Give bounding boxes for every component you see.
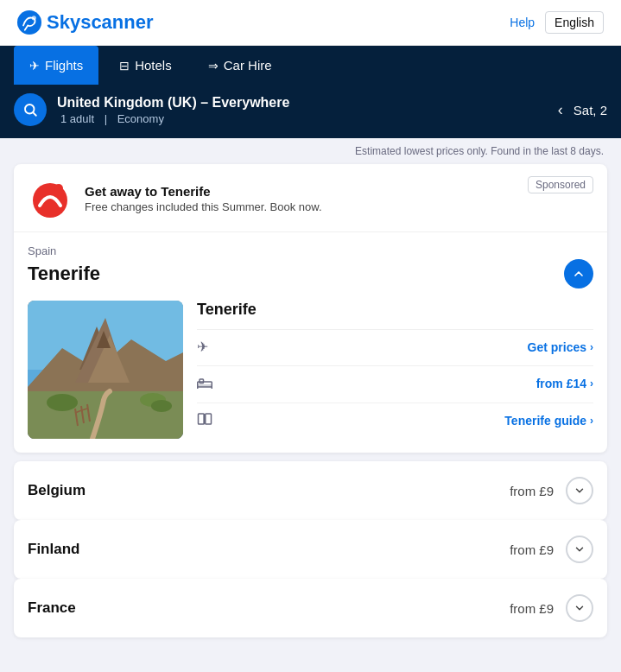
chevron-down-icon: [573, 485, 586, 497]
guide-chevron-icon: ›: [590, 415, 593, 427]
svg-rect-25: [199, 414, 205, 424]
destination-right: from £9: [510, 477, 593, 504]
tab-flights[interactable]: ✈ Flights: [14, 46, 98, 85]
chevron-down-icon: [573, 543, 586, 555]
sponsored-card: Get away to Tenerife Free changes includ…: [14, 164, 607, 453]
country-label: Spain: [28, 244, 593, 257]
language-button[interactable]: English: [545, 11, 604, 34]
destination-list-item[interactable]: Belgium from £9: [14, 461, 607, 520]
logo-text: Skyscanner: [47, 11, 154, 34]
svg-line-3: [33, 112, 35, 115]
svg-point-5: [54, 184, 63, 193]
hotels-link[interactable]: from £14 ›: [536, 377, 593, 390]
destination-price: from £9: [510, 601, 554, 616]
flights-row: ✈ Get prices ›: [197, 329, 593, 364]
hotel-icon: [197, 375, 216, 392]
help-link[interactable]: Help: [510, 16, 535, 29]
dest-name: Tenerife: [197, 301, 593, 319]
svg-rect-26: [206, 414, 212, 424]
search-bar: United Kingdom (UK) – Everywhere 1 adult…: [0, 85, 621, 138]
guide-icon: [197, 412, 216, 429]
destination-name: France: [28, 599, 76, 617]
header-right: Help English: [510, 11, 604, 34]
logo-area: Skyscanner: [17, 10, 154, 35]
flights-link-text: Get prices: [528, 340, 586, 354]
search-icon: [22, 102, 38, 117]
search-meta: 1 adult | Economy: [57, 112, 548, 125]
collapse-button[interactable]: [564, 259, 593, 288]
destination-name: Belgium: [28, 482, 86, 499]
search-cabin: Economy: [117, 112, 164, 125]
bed-icon: [197, 375, 212, 389]
sponsored-subtitle: Free changes included this Summer. Book …: [85, 200, 516, 213]
search-icon-circle[interactable]: [14, 93, 47, 126]
country-name: Tenerife: [28, 263, 100, 285]
destination-right: from £9: [510, 536, 593, 563]
destination-image: [28, 301, 183, 439]
expand-button[interactable]: [566, 594, 593, 622]
page-header: Skyscanner Help English: [0, 0, 621, 46]
destination-name: Finland: [28, 541, 79, 558]
destination-price: from £9: [510, 542, 554, 557]
search-details: United Kingdom (UK) – Everywhere 1 adult…: [57, 95, 548, 125]
hotels-chevron-icon: ›: [590, 377, 593, 390]
tui-logo-icon: [28, 176, 73, 221]
guide-link-text: Tenerife guide: [504, 414, 586, 428]
destination-price: from £9: [510, 484, 554, 498]
search-adults: 1 adult: [60, 112, 94, 125]
tab-flights-label: Flights: [45, 58, 83, 73]
destination-detail: Tenerife ✈ Get prices ›: [14, 288, 607, 453]
guide-row: Tenerife guide ›: [197, 403, 593, 438]
chevron-up-icon: [572, 267, 586, 281]
dest-info: Tenerife ✈ Get prices ›: [197, 301, 593, 439]
book-icon: [197, 412, 212, 426]
search-date: Sat, 2: [573, 103, 607, 117]
tenerife-landscape-image: [28, 301, 183, 439]
destination-list-item[interactable]: France from £9: [14, 579, 607, 637]
destination-list-item[interactable]: Finland from £9: [14, 520, 607, 579]
svg-rect-21: [198, 384, 212, 387]
tab-hotels-label: Hotels: [135, 58, 172, 73]
tab-hotels[interactable]: ⊟ Hotels: [104, 46, 187, 85]
sponsored-title: Get away to Tenerife: [85, 184, 516, 199]
flights-link[interactable]: Get prices ›: [528, 340, 593, 354]
expand-button[interactable]: [566, 536, 593, 563]
search-arrow-icon[interactable]: ‹: [558, 101, 563, 119]
svg-point-17: [47, 394, 78, 411]
hotels-link-text: from £14: [536, 377, 586, 390]
guide-link[interactable]: Tenerife guide ›: [504, 414, 593, 428]
sponsored-text: Get away to Tenerife Free changes includ…: [85, 184, 516, 213]
chevron-down-icon: [573, 602, 586, 614]
car-icon: ⇒: [208, 59, 219, 73]
svg-point-1: [32, 16, 36, 20]
nav-tabs: ✈ Flights ⊟ Hotels ⇒ Car Hire: [0, 46, 621, 85]
search-route: United Kingdom (UK) – Everywhere: [57, 95, 548, 111]
flight-icon: ✈: [197, 339, 216, 355]
skyscanner-logo-icon: [17, 10, 41, 35]
disclaimer-text: Estimated lowest prices only. Found in t…: [0, 138, 621, 164]
expand-button[interactable]: [566, 477, 593, 504]
tui-logo: [28, 176, 73, 221]
sponsored-badge: Sponsored: [528, 176, 593, 193]
svg-point-19: [151, 400, 172, 412]
country-section: Spain Tenerife: [14, 232, 607, 288]
country-name-row: Tenerife: [28, 259, 593, 288]
sponsored-banner: Get away to Tenerife Free changes includ…: [14, 164, 607, 232]
hotels-icon: ⊟: [119, 59, 130, 73]
cards-container: Get away to Tenerife Free changes includ…: [0, 164, 621, 655]
flights-chevron-icon: ›: [590, 341, 593, 353]
search-separator: |: [105, 112, 107, 125]
destination-right: from £9: [510, 594, 593, 622]
destination-list: Belgium from £9 Finland from £9 France f…: [14, 461, 607, 637]
flights-icon: ✈: [29, 59, 40, 73]
tab-car-hire-label: Car Hire: [224, 58, 272, 73]
svg-point-0: [17, 10, 41, 35]
hotels-row: from £14 ›: [197, 365, 593, 401]
tab-car-hire[interactable]: ⇒ Car Hire: [193, 46, 288, 85]
